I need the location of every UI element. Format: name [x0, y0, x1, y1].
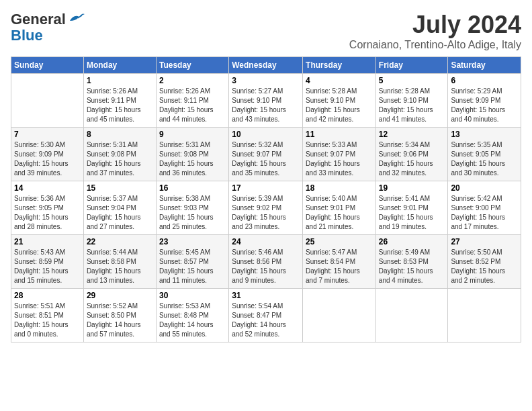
- weekday-header-friday: Friday: [375, 57, 448, 74]
- day-info: Sunrise: 5:47 AM Sunset: 8:54 PM Dayligh…: [306, 248, 373, 285]
- calendar-week-row: 14Sunrise: 5:36 AM Sunset: 9:05 PM Dayli…: [11, 181, 521, 235]
- calendar-cell: 21Sunrise: 5:43 AM Sunset: 8:59 PM Dayli…: [11, 235, 84, 289]
- calendar-cell: 3Sunrise: 5:27 AM Sunset: 9:10 PM Daylig…: [229, 74, 303, 128]
- day-info: Sunrise: 5:37 AM Sunset: 9:04 PM Dayligh…: [87, 194, 153, 232]
- weekday-header-tuesday: Tuesday: [156, 57, 228, 74]
- calendar-cell: 1Sunrise: 5:26 AM Sunset: 9:11 PM Daylig…: [83, 74, 156, 128]
- calendar-cell: 16Sunrise: 5:38 AM Sunset: 9:03 PM Dayli…: [156, 181, 228, 235]
- calendar-cell: 17Sunrise: 5:39 AM Sunset: 9:02 PM Dayli…: [229, 181, 303, 235]
- month-title: July 2024: [349, 11, 521, 39]
- calendar-cell: 22Sunrise: 5:44 AM Sunset: 8:58 PM Dayli…: [83, 235, 156, 289]
- day-info: Sunrise: 5:50 AM Sunset: 8:52 PM Dayligh…: [451, 248, 518, 285]
- day-info: Sunrise: 5:26 AM Sunset: 9:11 PM Dayligh…: [87, 87, 153, 124]
- day-info: Sunrise: 5:31 AM Sunset: 9:08 PM Dayligh…: [159, 140, 226, 178]
- logo-bird-icon: [67, 11, 86, 25]
- day-number: 15: [87, 183, 153, 193]
- day-info: Sunrise: 5:41 AM Sunset: 9:01 PM Dayligh…: [379, 194, 445, 232]
- day-number: 17: [232, 183, 300, 193]
- calendar-week-row: 7Sunrise: 5:30 AM Sunset: 9:09 PM Daylig…: [11, 128, 521, 181]
- day-number: 5: [379, 76, 445, 85]
- calendar-cell: 18Sunrise: 5:40 AM Sunset: 9:01 PM Dayli…: [303, 181, 376, 235]
- day-info: Sunrise: 5:33 AM Sunset: 9:07 PM Dayligh…: [306, 140, 373, 178]
- day-info: Sunrise: 5:26 AM Sunset: 9:11 PM Dayligh…: [159, 87, 226, 124]
- calendar-cell: 8Sunrise: 5:31 AM Sunset: 9:08 PM Daylig…: [83, 128, 156, 181]
- day-number: 19: [379, 183, 445, 193]
- day-number: 2: [159, 76, 226, 85]
- calendar-cell: 12Sunrise: 5:34 AM Sunset: 9:06 PM Dayli…: [375, 128, 448, 181]
- day-number: 29: [87, 291, 153, 300]
- calendar-cell: 20Sunrise: 5:42 AM Sunset: 9:00 PM Dayli…: [448, 181, 521, 235]
- calendar-cell: 7Sunrise: 5:30 AM Sunset: 9:09 PM Daylig…: [11, 128, 84, 181]
- day-info: Sunrise: 5:28 AM Sunset: 9:10 PM Dayligh…: [379, 87, 445, 124]
- calendar-week-row: 21Sunrise: 5:43 AM Sunset: 8:59 PM Dayli…: [11, 235, 521, 289]
- day-number: 11: [306, 130, 373, 139]
- day-info: Sunrise: 5:46 AM Sunset: 8:56 PM Dayligh…: [232, 248, 300, 285]
- day-info: Sunrise: 5:28 AM Sunset: 9:10 PM Dayligh…: [306, 87, 373, 124]
- day-number: 24: [232, 237, 300, 246]
- day-number: 18: [306, 183, 373, 193]
- day-info: Sunrise: 5:49 AM Sunset: 8:53 PM Dayligh…: [379, 248, 445, 285]
- day-number: 3: [232, 76, 300, 85]
- calendar-cell: [11, 74, 84, 128]
- calendar-cell: 27Sunrise: 5:50 AM Sunset: 8:52 PM Dayli…: [448, 235, 521, 289]
- calendar-cell: 26Sunrise: 5:49 AM Sunset: 8:53 PM Dayli…: [375, 235, 448, 289]
- calendar-cell: 30Sunrise: 5:53 AM Sunset: 8:48 PM Dayli…: [156, 289, 228, 342]
- calendar-cell: 15Sunrise: 5:37 AM Sunset: 9:04 PM Dayli…: [83, 181, 156, 235]
- day-number: 23: [159, 237, 226, 246]
- day-info: Sunrise: 5:35 AM Sunset: 9:05 PM Dayligh…: [451, 140, 518, 178]
- logo-general: General: [11, 11, 66, 28]
- day-info: Sunrise: 5:38 AM Sunset: 9:03 PM Dayligh…: [159, 194, 226, 232]
- logo: General Blue: [11, 11, 86, 43]
- day-number: 14: [14, 183, 81, 193]
- day-number: 21: [14, 237, 81, 246]
- day-number: 10: [232, 130, 300, 139]
- day-info: Sunrise: 5:53 AM Sunset: 8:48 PM Dayligh…: [159, 302, 226, 339]
- day-number: 27: [451, 237, 518, 246]
- calendar-cell: 9Sunrise: 5:31 AM Sunset: 9:08 PM Daylig…: [156, 128, 228, 181]
- calendar-cell: [375, 289, 448, 342]
- calendar-cell: [303, 289, 376, 342]
- day-number: 16: [159, 183, 226, 193]
- day-info: Sunrise: 5:32 AM Sunset: 9:07 PM Dayligh…: [232, 140, 300, 178]
- day-number: 7: [14, 130, 81, 139]
- weekday-header-monday: Monday: [83, 57, 156, 74]
- calendar-cell: 19Sunrise: 5:41 AM Sunset: 9:01 PM Dayli…: [375, 181, 448, 235]
- day-info: Sunrise: 5:31 AM Sunset: 9:08 PM Dayligh…: [87, 140, 153, 178]
- calendar-cell: 11Sunrise: 5:33 AM Sunset: 9:07 PM Dayli…: [303, 128, 376, 181]
- day-info: Sunrise: 5:54 AM Sunset: 8:47 PM Dayligh…: [232, 302, 300, 339]
- weekday-header-row: SundayMondayTuesdayWednesdayThursdayFrid…: [11, 57, 521, 74]
- page-header: General Blue July 2024 Cornaiano, Trenti…: [11, 11, 521, 51]
- day-number: 20: [451, 183, 518, 193]
- day-number: 13: [451, 130, 518, 139]
- day-number: 9: [159, 130, 226, 139]
- day-info: Sunrise: 5:45 AM Sunset: 8:57 PM Dayligh…: [159, 248, 226, 285]
- day-info: Sunrise: 5:29 AM Sunset: 9:09 PM Dayligh…: [451, 87, 518, 124]
- calendar-cell: 13Sunrise: 5:35 AM Sunset: 9:05 PM Dayli…: [448, 128, 521, 181]
- logo-blue: Blue: [11, 28, 43, 43]
- day-info: Sunrise: 5:44 AM Sunset: 8:58 PM Dayligh…: [87, 248, 153, 285]
- day-number: 12: [379, 130, 445, 139]
- day-number: 25: [306, 237, 373, 246]
- weekday-header-sunday: Sunday: [11, 57, 84, 74]
- day-number: 28: [14, 291, 81, 300]
- location-title: Cornaiano, Trentino-Alto Adige, Italy: [349, 39, 521, 51]
- calendar-cell: 4Sunrise: 5:28 AM Sunset: 9:10 PM Daylig…: [303, 74, 376, 128]
- calendar-cell: [448, 289, 521, 342]
- day-info: Sunrise: 5:52 AM Sunset: 8:50 PM Dayligh…: [87, 302, 153, 339]
- calendar-cell: 25Sunrise: 5:47 AM Sunset: 8:54 PM Dayli…: [303, 235, 376, 289]
- calendar-cell: 10Sunrise: 5:32 AM Sunset: 9:07 PM Dayli…: [229, 128, 303, 181]
- calendar-table: SundayMondayTuesdayWednesdayThursdayFrid…: [11, 56, 521, 342]
- day-info: Sunrise: 5:34 AM Sunset: 9:06 PM Dayligh…: [379, 140, 445, 178]
- day-info: Sunrise: 5:42 AM Sunset: 9:00 PM Dayligh…: [451, 194, 518, 232]
- weekday-header-wednesday: Wednesday: [229, 57, 303, 74]
- calendar-cell: 6Sunrise: 5:29 AM Sunset: 9:09 PM Daylig…: [448, 74, 521, 128]
- weekday-header-saturday: Saturday: [448, 57, 521, 74]
- calendar-cell: 29Sunrise: 5:52 AM Sunset: 8:50 PM Dayli…: [83, 289, 156, 342]
- calendar-cell: 24Sunrise: 5:46 AM Sunset: 8:56 PM Dayli…: [229, 235, 303, 289]
- weekday-header-thursday: Thursday: [303, 57, 376, 74]
- day-number: 6: [451, 76, 518, 85]
- title-area: July 2024 Cornaiano, Trentino-Alto Adige…: [349, 11, 521, 51]
- day-info: Sunrise: 5:39 AM Sunset: 9:02 PM Dayligh…: [232, 194, 300, 232]
- calendar-cell: 23Sunrise: 5:45 AM Sunset: 8:57 PM Dayli…: [156, 235, 228, 289]
- calendar-cell: 28Sunrise: 5:51 AM Sunset: 8:51 PM Dayli…: [11, 289, 84, 342]
